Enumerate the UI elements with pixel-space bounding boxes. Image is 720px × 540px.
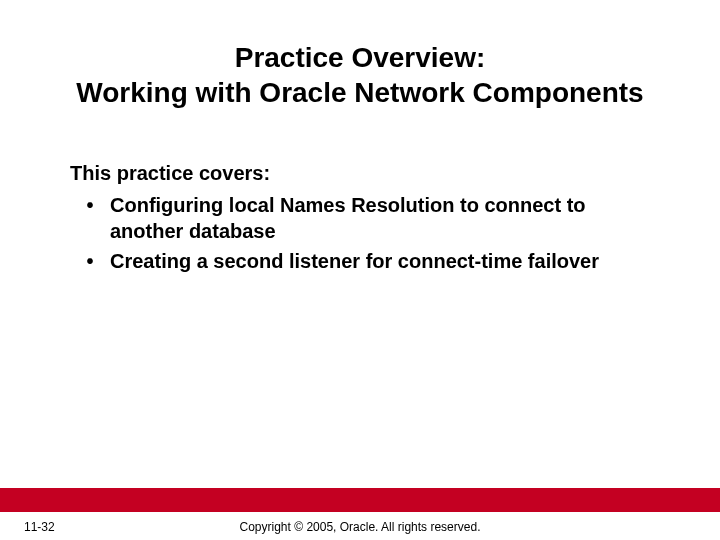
bullet-icon: • (70, 248, 110, 274)
slide-body: This practice covers: • Configuring loca… (70, 160, 660, 278)
bullet-icon: • (70, 192, 110, 218)
slide: Practice Overview: Working with Oracle N… (0, 0, 720, 540)
bullet-list: • Configuring local Names Resolution to … (70, 192, 660, 274)
title-line-1: Practice Overview: (0, 40, 720, 75)
oracle-logo: ORACLE (614, 464, 700, 482)
copyright-text: Copyright © 2005, Oracle. All rights res… (0, 520, 720, 534)
footer-bar: ORACLE (0, 488, 720, 512)
list-item: • Creating a second listener for connect… (70, 248, 660, 274)
bullet-text: Configuring local Names Resolution to co… (110, 192, 660, 244)
list-item: • Configuring local Names Resolution to … (70, 192, 660, 244)
bullet-text: Creating a second listener for connect-t… (110, 248, 660, 274)
slide-title: Practice Overview: Working with Oracle N… (0, 40, 720, 110)
title-line-2: Working with Oracle Network Components (0, 75, 720, 110)
intro-text: This practice covers: (70, 160, 660, 186)
